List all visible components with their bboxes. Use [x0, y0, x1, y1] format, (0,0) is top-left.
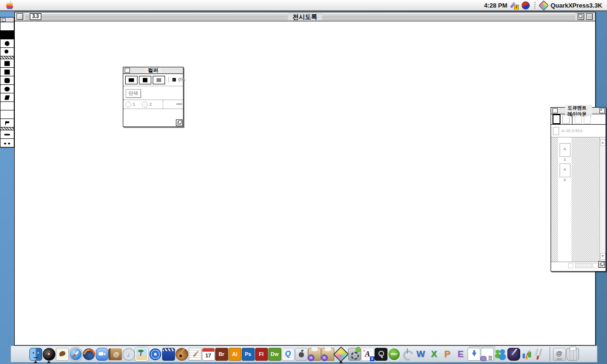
dock-preview[interactable] [55, 346, 69, 362]
dock-dashboard[interactable] [42, 346, 55, 362]
dock-ms-word[interactable]: W [414, 346, 427, 362]
tool-link[interactable] [0, 130, 14, 139]
tool-rotate[interactable] [0, 39, 14, 48]
dock-ink-writer[interactable] [507, 346, 520, 362]
page-thumbnail-area: A 1 A 2 [551, 137, 606, 262]
dock-toolbox-app[interactable] [374, 346, 387, 362]
dock-installer-box-g-2[interactable]: G [321, 346, 334, 362]
dock-ms-entourage[interactable]: E [454, 346, 467, 362]
swatch-color-dot [142, 101, 148, 108]
page-thumbnail-2[interactable]: A 2 [560, 164, 570, 177]
tool-orthogonal-line[interactable] [0, 102, 14, 110]
korean-ime-swirl-icon[interactable] [522, 1, 530, 9]
dock-tools-utility[interactable] [533, 346, 547, 362]
background-color-button[interactable] [153, 76, 165, 84]
dock-ms-excel[interactable]: X [427, 346, 441, 362]
input-method-badge: 2 [514, 5, 519, 9]
dock-ical[interactable]: 17 [202, 346, 215, 362]
layout-palette-title-bar[interactable]: 도큐멘트레이아웃 [551, 108, 606, 114]
scroll-up-arrow[interactable] [600, 139, 606, 146]
tool-palette-drag-bar[interactable] [0, 18, 14, 22]
scroll-down-arrow[interactable] [600, 253, 606, 260]
tool-polygon-picture-box[interactable] [0, 93, 14, 102]
dock-imovie[interactable] [162, 346, 175, 362]
dock-adobe-flash[interactable]: Fl [255, 346, 268, 362]
layout-palette-close-box[interactable] [552, 108, 558, 113]
dock-ichat[interactable] [95, 346, 109, 362]
dock-gear-utility[interactable] [348, 346, 361, 362]
dock-apple-remote-app[interactable] [294, 346, 308, 362]
master-page-row[interactable]: A-마스터A [551, 125, 606, 137]
dock-ms-powerpoint[interactable]: P [441, 346, 454, 362]
frame-color-button[interactable] [125, 76, 138, 84]
active-app-name[interactable]: QuarkXPress3.3K [551, 2, 602, 9]
input-method-pencil-icon[interactable]: 2 [511, 1, 518, 9]
dock-mail-stamp[interactable]: @ [552, 346, 566, 362]
dock-finder[interactable] [29, 346, 42, 362]
dock-adobe-photoshop[interactable]: Ps [241, 346, 255, 362]
colors-palette-resize-grip[interactable] [176, 119, 183, 126]
colors-palette-close-box[interactable] [125, 68, 130, 73]
dock-trash[interactable] [566, 346, 579, 362]
dock-adobe-illustrator[interactable]: Ai [228, 346, 241, 362]
color-swatch-2[interactable]: 2 [142, 101, 152, 108]
delete-page-icon[interactable] [584, 115, 591, 124]
dock-iphoto[interactable] [135, 346, 148, 362]
dock-document-transfer[interactable] [467, 346, 480, 362]
document-page-area[interactable] [15, 21, 595, 345]
tool-item[interactable] [0, 22, 14, 31]
tool-zoom[interactable] [0, 48, 14, 56]
window-collapse-box[interactable] [586, 13, 593, 20]
tool-content[interactable] [0, 31, 14, 39]
tool-rounded-picture-box[interactable] [0, 76, 14, 85]
window-close-box[interactable] [17, 13, 23, 20]
colors-palette: 컬러 0% 단색 1 [123, 67, 184, 127]
menu-clock[interactable]: 4:28 PM [484, 2, 507, 9]
dock-garageband[interactable] [175, 346, 188, 362]
page-thumbnail-1[interactable]: A 1 [560, 143, 570, 157]
dock-adobe-dreamweaver[interactable]: Dw [268, 346, 281, 362]
quarkxpress-app-icon[interactable] [539, 0, 549, 10]
dock-idvd[interactable] [148, 346, 162, 362]
tool-text-box[interactable] [0, 59, 14, 68]
tool-unlink[interactable] [0, 139, 14, 147]
tool-rect-picture-box[interactable] [0, 68, 14, 76]
dock-messenger[interactable] [494, 346, 507, 362]
dock-address-book[interactable]: @ [109, 346, 122, 362]
dock-firefox[interactable] [82, 346, 95, 362]
dock-text-editor[interactable] [188, 346, 202, 362]
dock-clamp-compressor[interactable] [401, 346, 414, 362]
color-swatch-1[interactable]: 1 [125, 101, 135, 108]
dock-archive-utility[interactable] [480, 346, 494, 362]
dock-installer-box-g-1[interactable]: G [308, 346, 321, 362]
dock-wmv-player[interactable]: WMV [387, 346, 401, 362]
solid-color-button[interactable]: 단색 [126, 89, 141, 98]
swatch-color-dot [125, 101, 131, 108]
colors-palette-title-bar[interactable]: 컬러 [123, 67, 183, 74]
tool-diagonal-line[interactable] [0, 110, 14, 119]
window-zoom-box[interactable] [578, 13, 584, 20]
blank-page-icon[interactable] [552, 114, 561, 124]
document-layout-palette: 도큐멘트레이아웃 A-마스터A A 1 A 2 [551, 107, 606, 272]
layout-vertical-scrollbar[interactable] [599, 137, 606, 262]
contents-color-button[interactable] [139, 76, 151, 84]
dock-safari[interactable] [69, 346, 82, 362]
dock-chart-app[interactable] [520, 346, 533, 362]
dock-calligraphy-app[interactable]: A 3 [361, 346, 374, 362]
scroll-left-arrow[interactable] [568, 263, 573, 268]
master-page-icon [553, 127, 559, 135]
scroll-right-arrow[interactable] [593, 263, 598, 268]
tool-oval-picture-box[interactable] [0, 85, 14, 93]
layout-palette-zoom-box[interactable] [599, 108, 605, 113]
layout-palette-resize-grip[interactable] [598, 261, 605, 268]
dock-adobe-bridge[interactable]: Br [215, 346, 228, 362]
dock-itunes[interactable]: ♪ [122, 346, 135, 362]
version-badge: 3.3 [30, 13, 41, 20]
apple-menu-icon[interactable] [6, 1, 14, 9]
shade-value[interactable]: 0% [178, 77, 185, 82]
window-title-bar[interactable]: 3.3 전시도록 [15, 12, 595, 21]
tool-text-path[interactable] [0, 119, 14, 127]
layout-horizontal-scrollbar[interactable] [551, 262, 606, 268]
dock-quicktime[interactable]: Q [281, 346, 294, 362]
dock-quarkxpress[interactable] [334, 346, 348, 362]
